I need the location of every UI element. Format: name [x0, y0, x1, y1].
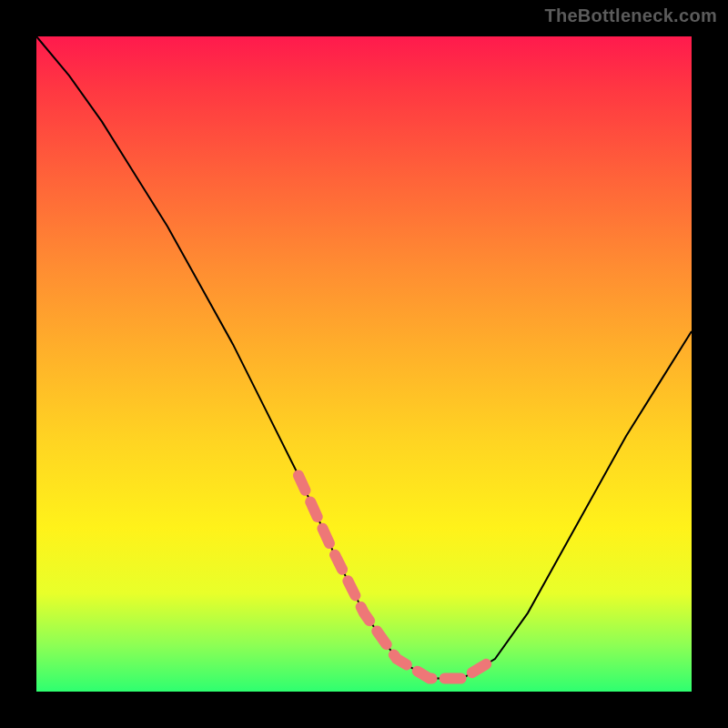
attribution-text: TheBottleneck.com	[544, 5, 717, 26]
highlight-segment	[298, 475, 495, 678]
bottleneck-curve	[36, 36, 692, 679]
plot-area	[36, 36, 692, 692]
curve-svg	[36, 36, 692, 692]
chart-container: TheBottleneck.com	[0, 0, 728, 728]
